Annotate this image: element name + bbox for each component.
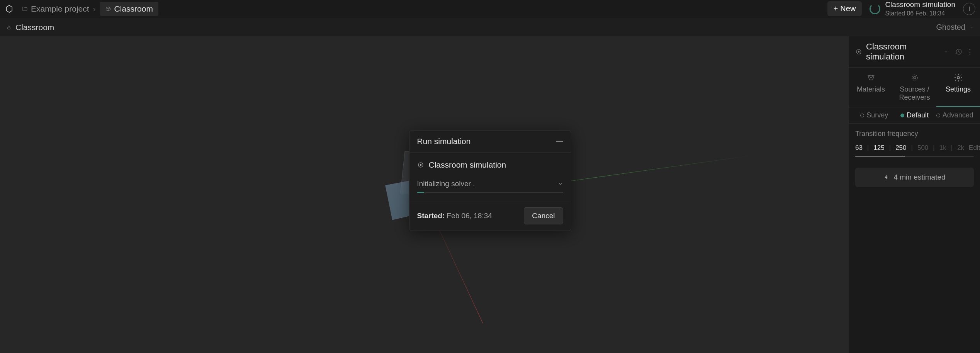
subtab-survey[interactable]: Survey bbox=[855, 111, 893, 119]
view-mode-selector[interactable]: Ghosted bbox=[936, 23, 974, 32]
breadcrumb-project[interactable]: Example project bbox=[22, 4, 89, 14]
breadcrumb-project-label: Example project bbox=[31, 4, 89, 14]
modal-sim-name: Classroom simulation bbox=[429, 160, 506, 170]
freq-separator: | bbox=[889, 144, 891, 152]
modal-started: Started: Feb 06, 18:34 bbox=[417, 212, 492, 220]
breadcrumb-separator: › bbox=[93, 4, 96, 14]
breadcrumb-model[interactable]: Classroom bbox=[100, 2, 158, 16]
freq-separator: | bbox=[911, 144, 913, 152]
model-title: Classroom bbox=[15, 23, 54, 32]
folder-icon bbox=[22, 6, 28, 12]
tab-settings[interactable]: Settings bbox=[936, 68, 980, 107]
history-icon[interactable] bbox=[955, 48, 962, 55]
freq-separator: | bbox=[867, 144, 869, 152]
info-button[interactable]: i bbox=[963, 3, 975, 15]
freq-slider-track bbox=[855, 156, 974, 157]
settings-icon bbox=[954, 73, 963, 82]
frequency-selector[interactable]: 63 | 125 | 250 | 500 | 1k | 2k Edit bbox=[855, 144, 974, 152]
view-mode-label: Ghosted bbox=[936, 23, 965, 32]
new-button-label: New bbox=[840, 4, 856, 13]
tab-materials[interactable]: Materials bbox=[849, 68, 893, 107]
tab-materials-label: Materials bbox=[857, 85, 885, 93]
modal-title: Run simulation bbox=[417, 137, 471, 146]
spinner-icon bbox=[870, 3, 880, 14]
model-title-bar: Classroom bbox=[6, 23, 54, 32]
radio-icon bbox=[936, 114, 940, 117]
bolt-icon bbox=[883, 174, 890, 180]
lock-icon bbox=[6, 25, 12, 30]
settings-panel: Classroom simulation ⋮ Materials Sources… bbox=[849, 36, 980, 353]
new-button[interactable]: + New bbox=[827, 1, 862, 16]
svg-point-6 bbox=[957, 76, 960, 79]
more-menu[interactable]: ⋮ bbox=[966, 47, 974, 56]
run-simulation-modal: Run simulation Classroom simulation Init… bbox=[409, 130, 571, 231]
minimize-button[interactable] bbox=[556, 141, 563, 142]
svg-point-8 bbox=[420, 164, 421, 166]
progress-bar bbox=[417, 192, 563, 193]
svg-point-5 bbox=[912, 75, 917, 80]
sim-status-title: Classroom simulation bbox=[885, 0, 955, 10]
estimate-text: 4 min estimated bbox=[893, 173, 945, 182]
freq-edit-link[interactable]: Edit bbox=[969, 144, 980, 152]
freq-separator: | bbox=[951, 144, 953, 152]
simulation-icon bbox=[855, 48, 862, 55]
subtab-default-label: Default bbox=[907, 111, 929, 119]
plus-icon: + bbox=[834, 4, 838, 13]
subtab-advanced-label: Advanced bbox=[943, 111, 973, 119]
simulation-icon bbox=[417, 161, 424, 168]
freq-value: 2k bbox=[957, 144, 964, 152]
sim-status-subtitle: Started 06 Feb, 18:34 bbox=[885, 10, 955, 18]
freq-value: 125 bbox=[873, 144, 884, 152]
chevron-down-icon[interactable] bbox=[558, 181, 563, 187]
subtab-default[interactable]: Default bbox=[895, 111, 933, 119]
materials-icon bbox=[866, 73, 876, 82]
transition-freq-label: Transition frequency bbox=[855, 130, 974, 138]
breadcrumb: Example project › Classroom bbox=[22, 2, 158, 16]
tab-settings-label: Settings bbox=[946, 85, 971, 93]
progress-fill bbox=[417, 192, 425, 193]
freq-separator: | bbox=[933, 144, 934, 152]
svg-point-2 bbox=[858, 51, 860, 53]
freq-value: 1k bbox=[939, 144, 946, 152]
breadcrumb-model-label: Classroom bbox=[114, 4, 153, 14]
svg-point-4 bbox=[914, 76, 916, 79]
info-icon: i bbox=[968, 5, 970, 13]
modal-status-text: Initializing solver . bbox=[417, 180, 553, 188]
tab-sources-label: Sources / Receivers bbox=[895, 85, 934, 102]
radio-icon bbox=[900, 114, 904, 117]
app-logo[interactable] bbox=[5, 4, 14, 14]
subtab-survey-label: Survey bbox=[866, 111, 888, 119]
freq-value: 500 bbox=[917, 144, 928, 152]
modal-started-label: Started: bbox=[417, 212, 445, 220]
panel-title: Classroom simulation bbox=[866, 42, 940, 62]
radio-icon bbox=[860, 114, 864, 117]
subtab-advanced[interactable]: Advanced bbox=[936, 111, 974, 119]
freq-value: 63 bbox=[855, 144, 863, 152]
simulation-status[interactable]: Classroom simulation Started 06 Feb, 18:… bbox=[870, 0, 955, 17]
svg-rect-0 bbox=[8, 27, 10, 29]
model-icon bbox=[105, 6, 111, 12]
freq-value: 250 bbox=[895, 144, 906, 152]
estimate-box: 4 min estimated bbox=[855, 168, 974, 187]
tab-sources[interactable]: Sources / Receivers bbox=[893, 68, 936, 107]
sources-icon bbox=[910, 73, 919, 82]
chevron-down-icon bbox=[969, 25, 974, 30]
modal-started-value: Feb 06, 18:34 bbox=[447, 212, 492, 220]
chevron-down-icon[interactable] bbox=[944, 49, 948, 54]
cancel-button[interactable]: Cancel bbox=[524, 207, 563, 224]
